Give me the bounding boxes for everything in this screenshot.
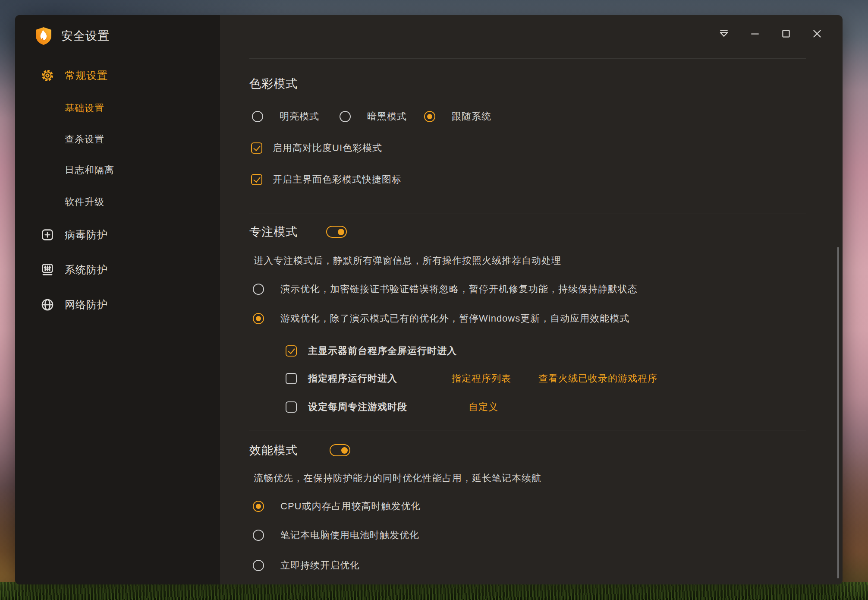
sidebar-item-network-protection[interactable]: 网络防护 bbox=[15, 295, 220, 314]
checkbox-label: 设定每周专注游戏时段 bbox=[308, 401, 407, 414]
radio-icon-selected bbox=[253, 501, 264, 512]
checkbox-icon-checked bbox=[286, 345, 297, 357]
globe-icon bbox=[40, 297, 55, 312]
wallpaper-grass bbox=[0, 582, 868, 600]
close-icon bbox=[811, 28, 823, 39]
radio-dark-mode[interactable]: 暗黑模式 bbox=[340, 110, 424, 123]
radio-icon bbox=[340, 111, 351, 122]
radio-icon bbox=[253, 284, 264, 295]
sidebar-subitem-label: 日志和隔离 bbox=[65, 164, 114, 177]
sidebar-item-label: 系统防护 bbox=[65, 263, 108, 277]
focus-mode-description: 进入专注模式后，静默所有弹窗信息，所有操作按照火绒推荐自动处理 bbox=[254, 254, 561, 267]
plus-square-icon bbox=[40, 227, 55, 242]
sidebar-item-label: 常规设置 bbox=[65, 69, 108, 82]
checkbox-label: 开启主界面色彩模式快捷图标 bbox=[273, 173, 402, 186]
sidebar-subitem-label: 软件升级 bbox=[65, 196, 104, 208]
sidebar-subitem-scan-settings[interactable]: 查杀设置 bbox=[15, 131, 220, 148]
radio-battery-trigger[interactable]: 笔记本电脑使用电池时触发优化 bbox=[253, 527, 419, 544]
section-title: 效能模式 bbox=[249, 442, 298, 458]
checkbox-icon-checked bbox=[251, 174, 262, 185]
checkbox-high-contrast-ui[interactable]: 启用高对比度UI色彩模式 bbox=[251, 139, 382, 157]
focus-mode-section-header: 专注模式 bbox=[249, 223, 806, 240]
radio-label: 暗黑模式 bbox=[367, 110, 407, 123]
section-divider bbox=[249, 430, 806, 430]
sidebar: 安全设置 常规设置 基础设置 查杀设置 日志和隔离 软件升级 bbox=[15, 15, 220, 584]
section-title: 专注模式 bbox=[249, 224, 298, 240]
sidebar-item-label: 网络防护 bbox=[65, 298, 108, 312]
sidebar-subitem-software-upgrade[interactable]: 软件升级 bbox=[15, 193, 220, 211]
checkbox-label: 指定程序运行时进入 bbox=[308, 372, 397, 385]
checkbox-icon-checked bbox=[251, 142, 262, 154]
sidebar-item-system-protection[interactable]: 系统防护 bbox=[15, 260, 220, 279]
section-divider bbox=[249, 214, 806, 214]
checkbox-specified-programs[interactable]: 指定程序运行时进入 指定程序列表 查看火绒已收录的游戏程序 bbox=[286, 370, 760, 387]
performance-mode-toggle-on[interactable] bbox=[330, 444, 350, 456]
radio-cpu-memory-trigger[interactable]: CPU或内存占用较高时触发优化 bbox=[253, 498, 421, 515]
huorong-shield-flame-logo bbox=[34, 26, 53, 46]
radio-icon bbox=[253, 560, 264, 571]
color-mode-radio-group: 明亮模式 暗黑模式 跟随系统 bbox=[252, 108, 491, 125]
checkbox-icon-unchecked bbox=[286, 373, 297, 384]
sidebar-subitem-basic-settings[interactable]: 基础设置 bbox=[15, 100, 220, 117]
radio-icon-selected bbox=[424, 111, 435, 122]
color-mode-section-header: 色彩模式 bbox=[249, 75, 298, 92]
radio-demo-optimization[interactable]: 演示优化，加密链接证书验证错误将忽略，暂停开机修复功能，持续保持静默状态 bbox=[253, 281, 638, 298]
radio-always-on[interactable]: 立即持续开启优化 bbox=[253, 557, 360, 574]
radio-label: 跟随系统 bbox=[452, 110, 491, 123]
sidebar-subitem-label: 基础设置 bbox=[65, 102, 104, 115]
radio-label: CPU或内存占用较高时触发优化 bbox=[280, 500, 421, 513]
app-header: 安全设置 bbox=[34, 26, 110, 46]
radio-label: 立即持续开启优化 bbox=[280, 559, 360, 572]
security-settings-window: 安全设置 常规设置 基础设置 查杀设置 日志和隔离 软件升级 bbox=[15, 15, 843, 584]
checkbox-weekly-game-time[interactable]: 设定每周专注游戏时段 自定义 bbox=[286, 398, 760, 416]
gear-icon bbox=[40, 68, 55, 83]
performance-mode-description: 流畅优先，在保持防护能力的同时优化性能占用，延长笔记本续航 bbox=[254, 472, 541, 485]
radio-label: 笔记本电脑使用电池时触发优化 bbox=[280, 529, 419, 542]
focus-mode-toggle-on[interactable] bbox=[326, 226, 347, 238]
radio-icon bbox=[252, 111, 263, 122]
customize-link[interactable]: 自定义 bbox=[469, 401, 498, 414]
sliders-icon bbox=[40, 262, 55, 277]
radio-label: 游戏优化，除了演示模式已有的优化外，暂停Windows更新，自动应用效能模式 bbox=[280, 312, 629, 325]
radio-label: 明亮模式 bbox=[280, 110, 319, 123]
section-divider bbox=[249, 58, 806, 59]
window-title: 安全设置 bbox=[61, 28, 110, 44]
checkbox-colormode-shortcut[interactable]: 开启主界面色彩模式快捷图标 bbox=[251, 171, 402, 188]
scrollbar[interactable] bbox=[837, 247, 839, 578]
section-title: 色彩模式 bbox=[249, 76, 298, 92]
specified-program-list-link[interactable]: 指定程序列表 bbox=[452, 372, 511, 385]
radio-light-mode[interactable]: 明亮模式 bbox=[252, 110, 340, 123]
settings-content: 色彩模式 明亮模式 暗黑模式 跟随系统 启用高对比度UI色彩模式 开启主界面色彩… bbox=[249, 15, 806, 584]
checkbox-fullscreen-enter[interactable]: 主显示器前台程序全屏运行时进入 bbox=[286, 342, 457, 360]
radio-icon bbox=[253, 530, 264, 541]
radio-icon-selected bbox=[253, 313, 264, 324]
sidebar-subitem-label: 查杀设置 bbox=[65, 133, 104, 146]
radio-game-optimization[interactable]: 游戏优化，除了演示模式已有的优化外，暂停Windows更新，自动应用效能模式 bbox=[253, 310, 629, 327]
checkbox-label: 启用高对比度UI色彩模式 bbox=[273, 142, 382, 155]
checkbox-label: 主显示器前台程序全屏运行时进入 bbox=[308, 344, 457, 357]
view-recorded-games-link[interactable]: 查看火绒已收录的游戏程序 bbox=[538, 372, 657, 385]
checkbox-icon-unchecked bbox=[286, 401, 297, 413]
close-button[interactable] bbox=[811, 28, 823, 39]
sidebar-item-virus-protection[interactable]: 病毒防护 bbox=[15, 225, 220, 244]
performance-mode-section-header: 效能模式 bbox=[249, 442, 806, 459]
radio-follow-system[interactable]: 跟随系统 bbox=[424, 110, 491, 123]
radio-label: 演示优化，加密链接证书验证错误将忽略，暂停开机修复功能，持续保持静默状态 bbox=[280, 283, 638, 296]
focus-mode-description-row: 进入专注模式后，静默所有弹窗信息，所有操作按照火绒推荐自动处理 bbox=[254, 252, 561, 269]
sidebar-item-general-settings[interactable]: 常规设置 bbox=[15, 66, 220, 85]
sidebar-subitem-logs-quarantine[interactable]: 日志和隔离 bbox=[15, 161, 220, 179]
performance-mode-description-row: 流畅优先，在保持防护能力的同时优化性能占用，延长笔记本续航 bbox=[254, 470, 541, 487]
sidebar-item-label: 病毒防护 bbox=[65, 228, 108, 242]
